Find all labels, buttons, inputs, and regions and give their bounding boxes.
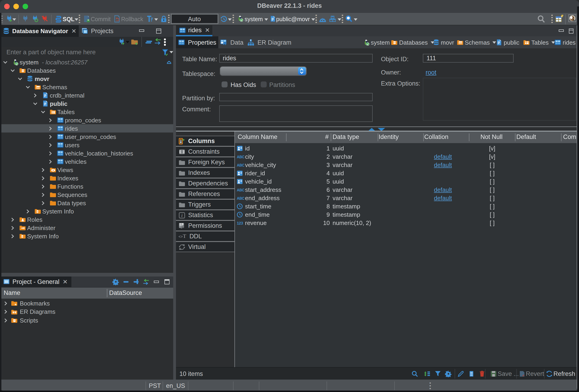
svg-text:i: i: [181, 213, 182, 218]
svg-text:i: i: [37, 210, 38, 213]
svg-text:i: i: [22, 235, 23, 238]
